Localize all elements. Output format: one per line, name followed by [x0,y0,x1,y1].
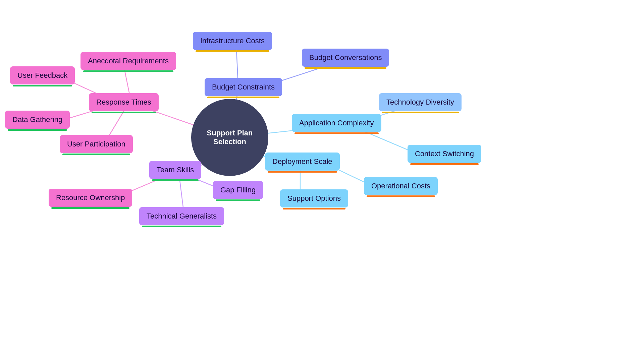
node-technology-diversity: Technology Diversity [379,93,462,111]
node-technical-generalists: Technical Generalists [139,207,224,225]
center-node: Support Plan Selection [191,99,268,176]
center-node-label: Support Plan Selection [191,129,268,146]
node-user-feedback: User Feedback [10,66,75,84]
node-anecdotal-requirements: Anecdotal Requirements [80,52,176,70]
node-operational-costs: Operational Costs [364,177,438,195]
node-resource-ownership: Resource Ownership [49,189,132,207]
node-gap-filling: Gap Filling [213,181,263,199]
node-team-skills: Team Skills [149,161,201,179]
node-application-complexity: Application Complexity [292,114,381,132]
node-deployment-scale: Deployment Scale [265,153,340,171]
node-budget-conversations: Budget Conversations [302,49,389,67]
node-user-participation: User Participation [60,135,133,153]
node-response-times: Response Times [89,93,159,111]
node-context-switching: Context Switching [408,145,481,163]
node-budget-constraints: Budget Constraints [205,78,282,96]
node-data-gathering: Data Gathering [5,111,70,129]
node-support-options: Support Options [280,189,348,207]
node-infrastructure-costs: Infrastructure Costs [193,32,272,50]
